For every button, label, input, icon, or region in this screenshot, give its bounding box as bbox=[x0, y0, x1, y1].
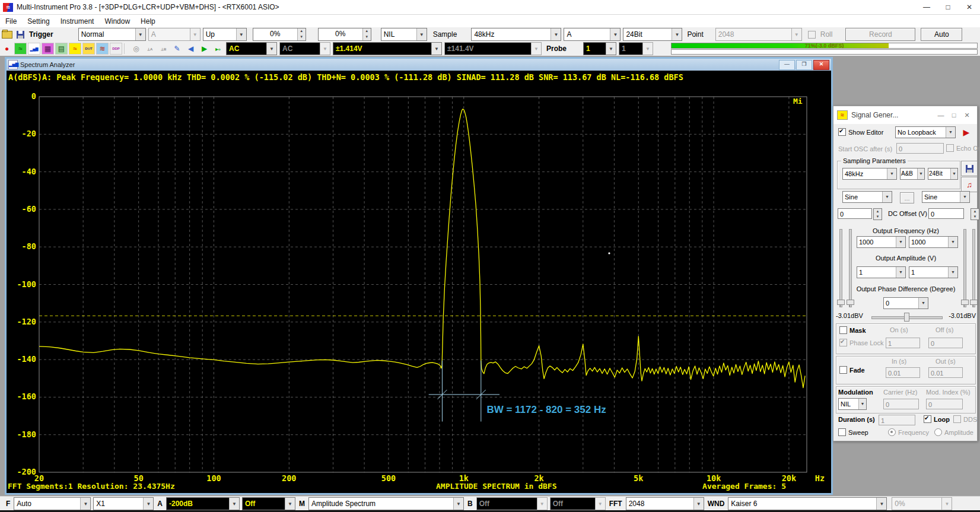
generator-play-button[interactable]: ▶ bbox=[959, 126, 973, 138]
auto-button[interactable]: Auto bbox=[921, 28, 962, 41]
menu-file[interactable]: File bbox=[0, 17, 22, 26]
spectrum-plot[interactable]: 0-20-40-60-80-100-120-140-160-180-200205… bbox=[7, 84, 831, 493]
dc-offset-b-spinner[interactable]: ▲▼ bbox=[971, 208, 979, 220]
label-b-icon[interactable]: ⊥B bbox=[157, 43, 170, 55]
gen-bits-dropdown[interactable]: 24Bit▼ bbox=[928, 168, 958, 180]
dc-offset-a-input[interactable]: 0 bbox=[838, 208, 872, 219]
bell-icon[interactable]: ◎ bbox=[130, 43, 142, 55]
maximize-button[interactable]: □ bbox=[937, 0, 959, 14]
shift-a-dropdown[interactable]: Off▼ bbox=[242, 497, 295, 510]
close-icon[interactable]: ✕ bbox=[960, 112, 973, 119]
close-icon[interactable]: ✕ bbox=[813, 60, 829, 70]
sample-rate-dropdown[interactable]: 48kHz▼ bbox=[471, 28, 561, 41]
trigger-delay-spinner[interactable]: 0%▲▼ bbox=[318, 28, 371, 41]
waveform-a-dropdown[interactable]: Sine▼ bbox=[842, 191, 892, 203]
spectrum-chart[interactable]: 0-20-40-60-80-100-120-140-160-180-200205… bbox=[7, 84, 831, 493]
amplitude-a-dropdown[interactable]: 1▼ bbox=[857, 266, 906, 278]
signal-generator-titlebar[interactable]: ≈ Signal Gener... — □ ✕ bbox=[833, 106, 977, 124]
sweep-icon[interactable]: ≋ bbox=[96, 43, 109, 55]
menu-setting[interactable]: Setting bbox=[22, 17, 55, 26]
close-button[interactable]: ✕ bbox=[959, 0, 980, 14]
device-test-plan-icon[interactable]: DUT bbox=[82, 43, 95, 55]
menu-instrument[interactable]: Instrument bbox=[55, 17, 100, 26]
spin-down-icon: ▼ bbox=[298, 34, 306, 40]
menu-help[interactable]: Help bbox=[135, 17, 161, 26]
frequency-b-dropdown[interactable]: 1000▼ bbox=[909, 236, 958, 248]
point-count-dropdown: 2048▼ bbox=[715, 28, 802, 41]
probe-calibration-icon[interactable]: ✎ bbox=[171, 43, 183, 55]
slider-handle[interactable] bbox=[847, 300, 854, 305]
spectrum-analyzer-icon[interactable]: ▂▅▇ bbox=[28, 43, 40, 55]
range-a-dropdown[interactable]: ±1.414V▼ bbox=[333, 42, 442, 55]
show-editor-checkbox[interactable]: Show Editor bbox=[838, 128, 883, 136]
window-function-dropdown[interactable]: Kaiser 6▼ bbox=[728, 497, 887, 510]
trigger-frequency-dropdown[interactable]: NIL▼ bbox=[381, 28, 427, 41]
trigger-level-spinner[interactable]: 0%▲▼ bbox=[253, 28, 306, 41]
menu-window[interactable]: Window bbox=[99, 17, 135, 26]
record-icon[interactable]: ● bbox=[1, 43, 13, 55]
music-note-button[interactable]: ♫ bbox=[961, 177, 978, 192]
freq-slider-a-left[interactable] bbox=[839, 229, 842, 307]
slider-handle[interactable] bbox=[961, 300, 969, 305]
loopback-dropdown[interactable]: No Loopback▼ bbox=[895, 126, 956, 138]
input-level-meter: 71%(-3.0 dBFS) bbox=[671, 43, 978, 55]
waveform-b-dropdown[interactable]: Sine▼ bbox=[922, 191, 970, 203]
more-waveforms-button[interactable]: ... bbox=[900, 192, 914, 203]
slider-handle[interactable] bbox=[837, 300, 845, 305]
freq-slider-b-right[interactable] bbox=[972, 229, 975, 307]
fft-size-dropdown[interactable]: 2048▼ bbox=[626, 497, 704, 510]
trigger-mode-dropdown[interactable]: Normal▼ bbox=[78, 28, 146, 41]
dc-offset-a-spinner[interactable]: ▲▼ bbox=[873, 208, 882, 220]
sweep-checkbox[interactable]: Sweep bbox=[838, 428, 868, 436]
freq-slider-b-left[interactable] bbox=[963, 229, 966, 307]
minimize-icon[interactable]: — bbox=[934, 112, 947, 119]
slider-handle[interactable] bbox=[970, 300, 978, 305]
run-loop-icon[interactable]: ▶o bbox=[212, 43, 224, 55]
window-title: Multi-Instrument Pro 3.8 - [+3DP+DLG+LCR… bbox=[17, 3, 279, 11]
run-icon[interactable]: ▶ bbox=[198, 43, 211, 55]
maximize-icon[interactable]: □ bbox=[947, 112, 960, 119]
open-file-icon[interactable] bbox=[2, 31, 12, 39]
probe-b-dropdown: 1▼ bbox=[619, 42, 653, 55]
fade-checkbox[interactable]: Fade bbox=[839, 366, 865, 374]
frequency-a-dropdown[interactable]: 1000▼ bbox=[857, 236, 906, 248]
mask-checkbox[interactable]: Mask bbox=[839, 326, 866, 334]
balance-slider-handle[interactable] bbox=[904, 313, 909, 322]
dc-offset-b-input[interactable]: 0 bbox=[928, 208, 964, 219]
multimeter-icon[interactable]: ▦ bbox=[42, 43, 54, 55]
save-file-icon[interactable] bbox=[17, 31, 24, 39]
label-a-icon[interactable]: ⊥A bbox=[144, 43, 156, 55]
dds-checkbox: DDS bbox=[953, 415, 977, 423]
oscilloscope-icon[interactable]: ≈ bbox=[14, 43, 27, 55]
minimize-button[interactable]: — bbox=[916, 0, 937, 14]
sample-channel-dropdown[interactable]: A▼ bbox=[564, 28, 621, 41]
trigger-edge-dropdown[interactable]: Up▼ bbox=[203, 28, 247, 41]
loop-checkbox[interactable]: Loop bbox=[924, 415, 950, 423]
amplitude-b-dropdown[interactable]: 1▼ bbox=[909, 266, 958, 278]
signal-generator-icon[interactable]: ≈ bbox=[69, 43, 81, 55]
range-a-display-dropdown[interactable]: -200dB▼ bbox=[166, 497, 240, 510]
modulation-dropdown[interactable]: NIL▼ bbox=[838, 398, 867, 410]
freq-slider-a-right[interactable] bbox=[849, 229, 852, 307]
restore-icon[interactable]: ❐ bbox=[796, 60, 812, 70]
y-tick-label: -20 bbox=[22, 129, 36, 138]
zoom-dropdown[interactable]: X1▼ bbox=[93, 497, 154, 510]
freq-axis-dropdown[interactable]: Auto▼ bbox=[14, 497, 91, 510]
sample-bits-dropdown[interactable]: 24Bit▼ bbox=[623, 28, 682, 41]
display-mode-dropdown[interactable]: Amplitude Spectrum▼ bbox=[308, 497, 464, 510]
spectrum-analyzer-titlebar[interactable]: ▂▅▇ Spectrum Analyzer — ❐ ✕ bbox=[7, 59, 831, 71]
gen-channels-dropdown[interactable]: A&B▼ bbox=[900, 168, 925, 180]
data-logger-icon[interactable]: ▤ bbox=[55, 43, 68, 55]
gen-sample-rate-dropdown[interactable]: 48kHz▼ bbox=[842, 168, 897, 180]
x-tick-label: 100 bbox=[206, 473, 221, 483]
mode-label: M bbox=[299, 500, 305, 508]
coupling-a-dropdown[interactable]: AC▼ bbox=[226, 42, 277, 55]
minimize-icon[interactable]: — bbox=[779, 60, 795, 70]
speaker-icon[interactable]: ◀ bbox=[184, 43, 197, 55]
ddp-viewer-icon[interactable]: DDP bbox=[110, 43, 122, 55]
save-signal-button[interactable] bbox=[961, 161, 978, 176]
probe-a-dropdown[interactable]: 1▼ bbox=[583, 42, 616, 55]
phase-dropdown[interactable]: 0▼ bbox=[883, 297, 928, 309]
chevron-down-icon: ▼ bbox=[693, 498, 704, 510]
trigger-toolbar: Trigger Normal▼ A▼ Up▼ 0%▲▼ 0%▲▼ NIL▼ Sa… bbox=[0, 27, 980, 42]
